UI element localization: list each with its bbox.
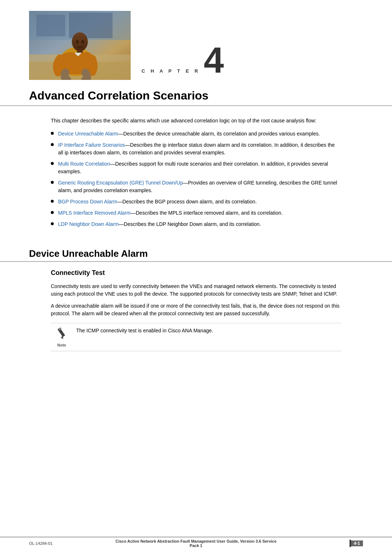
- bullet-dot: [51, 211, 54, 214]
- list-item-text: Multi Route Correlation—Describes suppor…: [58, 160, 341, 175]
- chapter-image: [29, 11, 131, 80]
- list-item: MPLS Interface Removed Alarm—Describes t…: [51, 209, 341, 217]
- svg-point-7: [72, 32, 88, 51]
- list-item-text: Device Unreachable Alarm—Describes the d…: [58, 130, 320, 138]
- bullet-dot: [51, 222, 54, 225]
- section1-title: Device Unreachable Alarm: [0, 243, 392, 262]
- subsection1-content: Connectivity tests are used to verify co…: [0, 283, 392, 351]
- list-item-suffix: —Describes the device unreachable alarm,…: [118, 131, 320, 137]
- footer-left: OL-14284-01: [29, 541, 113, 546]
- bullet-dot: [51, 181, 54, 184]
- bullet-dot: [51, 162, 54, 165]
- list-item-text: LDP Neighbor Down Alarm—Describes the LD…: [58, 220, 261, 228]
- bullet-list: Device Unreachable Alarm—Describes the d…: [51, 130, 341, 228]
- footer-center: Cisco Active Network Abstraction Fault M…: [113, 539, 279, 548]
- list-item: Generic Routing Encapsulation (GRE) Tunn…: [51, 179, 341, 194]
- list-item-suffix: —Describes the LDP Neighbor Down alarm, …: [119, 221, 261, 227]
- list-item-text: Generic Routing Encapsulation (GRE) Tunn…: [58, 179, 341, 194]
- list-item-suffix: —Describes the BGP process down alarm, a…: [117, 199, 257, 204]
- footer-right-wrap: 4-1: [279, 540, 363, 547]
- link-mpls-interface[interactable]: MPLS Interface Removed Alarm: [58, 210, 131, 216]
- link-multi-route[interactable]: Multi Route Correlation: [58, 161, 110, 167]
- list-item-text: IP Interface Failure Scenarios—Describes…: [58, 141, 341, 157]
- pencil-icon: [54, 325, 70, 344]
- chapter-label-area: C H A P T E R 4: [142, 42, 224, 80]
- bullet-dot: [51, 143, 54, 146]
- footer: OL-14284-01 Cisco Active Network Abstrac…: [0, 537, 392, 548]
- page: C H A P T E R 4 Advanced Correlation Sce…: [0, 0, 392, 555]
- svg-point-10: [81, 40, 84, 44]
- page-title: Advanced Correlation Scenarios: [0, 84, 392, 106]
- link-gre-tunnel[interactable]: Generic Routing Encapsulation (GRE) Tunn…: [58, 180, 183, 186]
- footer-page-number: 4-1: [351, 540, 363, 546]
- subsection1-para1: Connectivity tests are used to verify co…: [51, 283, 341, 298]
- bullet-dot: [51, 200, 54, 203]
- intro-content: This chapter describes the specific alar…: [0, 113, 392, 243]
- header-section: C H A P T E R 4: [0, 0, 392, 80]
- intro-text: This chapter describes the specific alar…: [51, 117, 341, 125]
- note-label: Note: [57, 343, 66, 347]
- list-item: LDP Neighbor Down Alarm—Describes the LD…: [51, 220, 341, 228]
- svg-point-9: [76, 40, 79, 44]
- link-device-unreachable[interactable]: Device Unreachable Alarm: [58, 131, 118, 137]
- list-item: BGP Process Down Alarm—Describes the BGP…: [51, 198, 341, 206]
- link-ldp-neighbor[interactable]: LDP Neighbor Down Alarm: [58, 221, 119, 227]
- list-item: IP Interface Failure Scenarios—Describes…: [51, 141, 341, 157]
- note-icon-area: Note: [51, 327, 73, 347]
- list-item-text: MPLS Interface Removed Alarm—Describes t…: [58, 209, 283, 217]
- svg-rect-2: [36, 15, 65, 36]
- chapter-label: C H A P T E R: [142, 68, 200, 78]
- chapter-image-person: [29, 11, 131, 80]
- bullet-dot: [51, 132, 54, 135]
- list-item: Multi Route Correlation—Describes suppor…: [51, 160, 341, 175]
- link-ip-interface[interactable]: IP Interface Failure Scenarios: [58, 142, 125, 148]
- list-item: Device Unreachable Alarm—Describes the d…: [51, 130, 341, 138]
- chapter-number: 4: [204, 42, 224, 78]
- list-item-text: BGP Process Down Alarm—Describes the BGP…: [58, 198, 257, 206]
- note-box: Note The ICMP connectivity test is enabl…: [51, 323, 341, 351]
- subsection1-title: Connectivity Test: [0, 266, 392, 280]
- list-item-suffix: —Describes the MPLS interface removed al…: [131, 210, 283, 216]
- subsection1-para2: A device unreachable alarm will be issue…: [51, 302, 341, 317]
- link-bgp-process[interactable]: BGP Process Down Alarm: [58, 199, 117, 204]
- note-text: The ICMP connectivity test is enabled in…: [73, 327, 213, 335]
